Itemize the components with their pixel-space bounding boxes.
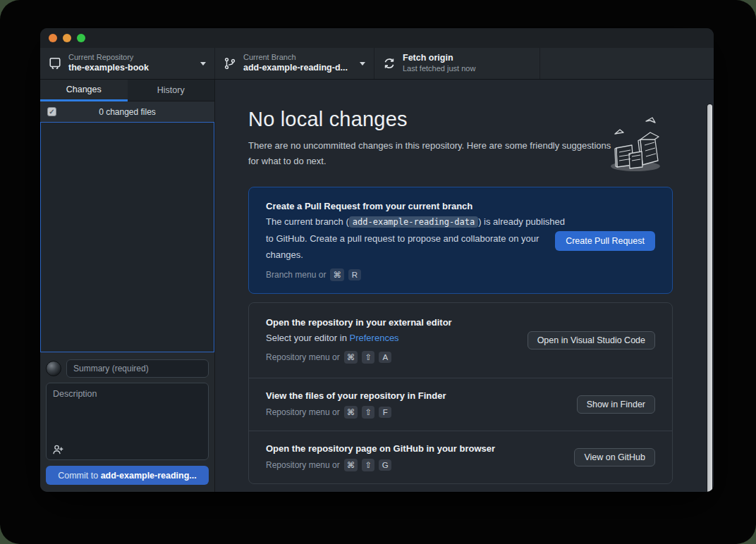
shift-key-icon: ⇧: [362, 406, 374, 419]
shift-key-icon: ⇧: [362, 351, 374, 364]
desktop-backdrop: Current Repository the-examples-book Cur…: [0, 0, 756, 544]
fetch-origin-button[interactable]: Fetch origin Last fetched just now: [374, 48, 540, 79]
github-desktop-window: Current Repository the-examples-book Cur…: [40, 28, 714, 492]
shortcut-prefix: Repository menu or: [266, 352, 340, 362]
toolbar-spacer: [540, 48, 714, 79]
open-in-editor-card: Open the repository in your external edi…: [249, 303, 672, 378]
card-title: Open the repository in your external edi…: [266, 317, 528, 328]
add-coauthor-icon[interactable]: [52, 444, 63, 455]
description-input[interactable]: [47, 383, 208, 444]
branch-chip: add-example-reading-data: [349, 216, 478, 228]
sync-icon: [383, 57, 396, 70]
commit-area: Commit to add-example-reading...: [40, 352, 214, 492]
body-pre: Select your editor in: [266, 333, 350, 343]
toolbar: Current Repository the-examples-book Cur…: [40, 48, 714, 80]
suggestion-cards: Create a Pull Request from your current …: [248, 187, 673, 484]
summary-input[interactable]: [66, 359, 209, 378]
suggestion-card-group: Open the repository in your external edi…: [248, 302, 673, 484]
branch-text: Current Branch add-example-reading-d...: [243, 53, 354, 73]
key-a: A: [379, 352, 391, 363]
card-body: The current branch (add-example-reading-…: [266, 214, 569, 263]
fetch-status: Last fetched just now: [403, 64, 531, 74]
repo-icon: [49, 57, 61, 70]
zoom-window-button[interactable]: [77, 34, 85, 42]
chevron-down-icon: [200, 62, 206, 66]
commit-button-prefix: Commit to: [58, 471, 100, 481]
summary-row: [46, 359, 209, 378]
shift-key-icon: ⇧: [362, 459, 374, 471]
current-branch-dropdown[interactable]: Current Branch add-example-reading-d...: [215, 48, 374, 79]
shortcut-prefix: Repository menu or: [266, 407, 340, 417]
git-branch-icon: [224, 57, 236, 70]
fetch-label: Fetch origin: [403, 53, 531, 64]
minimize-window-button[interactable]: [63, 34, 71, 42]
tab-history[interactable]: History: [128, 80, 215, 101]
preferences-link[interactable]: Preferences: [350, 333, 399, 343]
repository-name: the-examples-book: [68, 63, 195, 74]
key-f: F: [379, 407, 391, 418]
body-pre: The current branch (: [266, 216, 349, 227]
fetch-text: Fetch origin Last fetched just now: [403, 53, 531, 73]
commit-button[interactable]: Commit to add-example-reading...: [46, 466, 209, 485]
changes-sidebar: Changes History ✓ 0 changed files: [40, 80, 215, 492]
description-box: [46, 383, 209, 460]
close-window-button[interactable]: [49, 34, 57, 42]
shortcut-hint: Repository menu or ⌘ ⇧ F: [266, 406, 577, 419]
branch-name: add-example-reading-d...: [243, 63, 354, 74]
card-text-column: Create a Pull Request from your current …: [266, 201, 555, 280]
card-text-column: Open the repository page on GitHub in yo…: [266, 443, 574, 471]
key-r: R: [348, 269, 361, 280]
user-avatar: [46, 361, 61, 376]
card-body: Select your editor in Preferences: [266, 330, 569, 346]
view-on-github-card: Open the repository page on GitHub in yo…: [249, 431, 672, 483]
card-title: View the files of your repository in Fin…: [266, 390, 577, 401]
shortcut-hint: Repository menu or ⌘ ⇧ A: [266, 351, 528, 364]
chevron-down-icon: [360, 62, 365, 66]
card-text-column: Open the repository in your external edi…: [266, 317, 528, 364]
view-on-github-button[interactable]: View on GitHub: [574, 448, 655, 466]
vertical-scrollbar[interactable]: [707, 104, 712, 492]
sidebar-tabs: Changes History: [40, 80, 214, 101]
branch-label: Current Branch: [243, 53, 354, 63]
commit-button-branch: add-example-reading...: [101, 471, 197, 481]
show-in-finder-button[interactable]: Show in Finder: [577, 395, 655, 414]
newspapers-illustration-icon: [601, 111, 666, 176]
window-titlebar: [40, 28, 714, 48]
current-repository-dropdown[interactable]: Current Repository the-examples-book: [40, 48, 215, 79]
main-content: No local changes There are no uncommitte…: [215, 80, 714, 492]
page-subtitle: There are no uncommitted changes in this…: [248, 138, 622, 169]
create-pull-request-button[interactable]: Create Pull Request: [555, 231, 655, 251]
select-all-checkbox[interactable]: ✓: [47, 107, 56, 116]
show-in-finder-card: View the files of your repository in Fin…: [249, 378, 672, 431]
changed-files-count: 0 changed files: [56, 107, 198, 117]
card-title: Open the repository page on GitHub in yo…: [266, 443, 574, 454]
repository-text: Current Repository the-examples-book: [68, 53, 195, 73]
shortcut-prefix: Repository menu or: [266, 460, 340, 470]
create-pull-request-card: Create a Pull Request from your current …: [248, 187, 673, 293]
cmd-key-icon: ⌘: [330, 268, 344, 281]
changed-files-row: ✓ 0 changed files: [40, 101, 214, 122]
shortcut-hint: Branch menu or ⌘ R: [266, 268, 555, 281]
cmd-key-icon: ⌘: [344, 406, 358, 419]
shortcut-prefix: Branch menu or: [266, 270, 326, 280]
cmd-key-icon: ⌘: [344, 351, 358, 364]
tab-changes[interactable]: Changes: [40, 80, 128, 101]
changed-files-list[interactable]: [40, 122, 214, 352]
cmd-key-icon: ⌘: [344, 459, 358, 471]
open-in-vscode-button[interactable]: Open in Visual Studio Code: [528, 331, 655, 350]
key-g: G: [379, 459, 391, 471]
card-title: Create a Pull Request from your current …: [266, 201, 555, 211]
card-text-column: View the files of your repository in Fin…: [266, 390, 577, 419]
shortcut-hint: Repository menu or ⌘ ⇧ G: [266, 459, 574, 471]
window-body: Changes History ✓ 0 changed files: [40, 80, 714, 492]
repository-label: Current Repository: [68, 53, 195, 63]
